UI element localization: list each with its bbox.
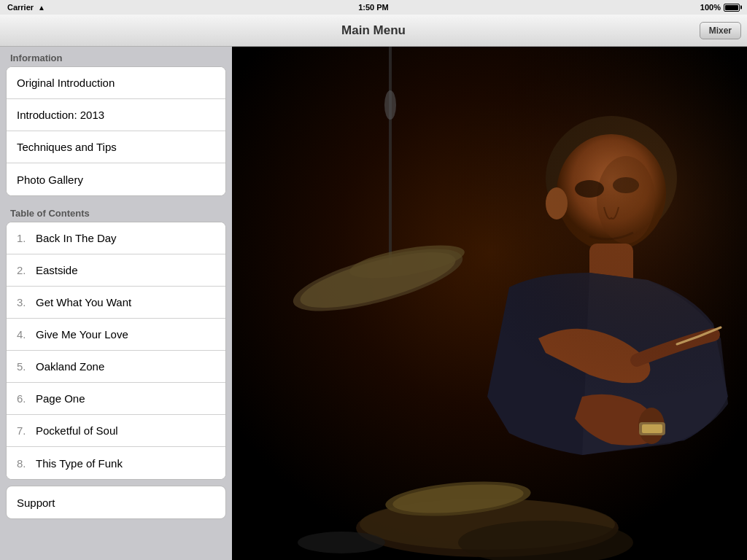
information-group: Original Introduction Introduction: 2013… bbox=[6, 66, 226, 196]
toc-item-label-3: Get What You Want bbox=[36, 296, 131, 308]
toc-item-label-6: Page One bbox=[36, 392, 85, 405]
svg-rect-22 bbox=[232, 47, 747, 560]
toc-item-1[interactable]: 1. Back In The Day bbox=[7, 222, 225, 254]
menu-item-label: Introduction: 2013 bbox=[17, 109, 104, 121]
menu-item-label: Original Introduction bbox=[17, 77, 115, 89]
toc-header: Table of Contents bbox=[0, 202, 232, 222]
toc-item-label-5: Oakland Zone bbox=[36, 360, 104, 373]
toc-item-7[interactable]: 7. Pocketful of Soul bbox=[7, 415, 225, 447]
status-right: 100% bbox=[700, 3, 740, 12]
item-number-8: 8. bbox=[17, 457, 33, 470]
item-number-1: 1. bbox=[17, 232, 33, 244]
support-label: Support bbox=[17, 497, 55, 509]
battery-percent: 100% bbox=[700, 3, 721, 12]
item-number-5: 5. bbox=[17, 360, 33, 373]
status-bar: Carrier ▲ 1:50 PM 100% bbox=[0, 0, 747, 15]
item-number-7: 7. bbox=[17, 424, 33, 437]
menu-item-photo-gallery[interactable]: Photo Gallery bbox=[7, 163, 225, 195]
item-number-6: 6. bbox=[17, 392, 33, 405]
toc-item-label-7: Pocketful of Soul bbox=[36, 424, 118, 437]
content-area bbox=[232, 47, 747, 560]
menu-item-label: Photo Gallery bbox=[17, 174, 83, 186]
toc-item-label-4: Give Me Your Love bbox=[36, 328, 128, 341]
menu-item-intro-2013[interactable]: Introduction: 2013 bbox=[7, 99, 225, 131]
carrier-label: Carrier bbox=[7, 3, 34, 12]
support-group: Support bbox=[6, 486, 226, 519]
menu-item-label: Techniques and Tips bbox=[17, 141, 117, 153]
menu-item-support[interactable]: Support bbox=[7, 486, 225, 518]
status-left: Carrier ▲ bbox=[7, 3, 45, 12]
main-layout: Information Original Introduction Introd… bbox=[0, 47, 747, 560]
menu-item-techniques[interactable]: Techniques and Tips bbox=[7, 131, 225, 163]
toc-item-4[interactable]: 4. Give Me Your Love bbox=[7, 319, 225, 351]
toc-item-6[interactable]: 6. Page One bbox=[7, 383, 225, 415]
toc-item-2[interactable]: 2. Eastside bbox=[7, 254, 225, 287]
nav-bar: Main Menu Mixer bbox=[0, 15, 747, 47]
sidebar: Information Original Introduction Introd… bbox=[0, 47, 232, 560]
item-number-4: 4. bbox=[17, 328, 33, 341]
battery-icon bbox=[724, 4, 740, 12]
toc-group: 1. Back In The Day 2. Eastside 3. Get Wh… bbox=[6, 222, 226, 480]
toc-item-8[interactable]: 8. This Type of Funk bbox=[7, 447, 225, 479]
status-time: 1:50 PM bbox=[358, 3, 389, 12]
toc-item-label-1: Back In The Day bbox=[36, 232, 117, 244]
drummer-photo bbox=[232, 47, 747, 560]
toc-item-3[interactable]: 3. Get What You Want bbox=[7, 287, 225, 319]
toc-item-5[interactable]: 5. Oakland Zone bbox=[7, 351, 225, 383]
toc-item-label-8: This Type of Funk bbox=[36, 457, 123, 470]
item-number-3: 3. bbox=[17, 296, 33, 308]
nav-title: Main Menu bbox=[341, 23, 406, 38]
item-number-2: 2. bbox=[17, 264, 33, 276]
mixer-button[interactable]: Mixer bbox=[700, 22, 741, 39]
menu-item-original-intro[interactable]: Original Introduction bbox=[7, 67, 225, 99]
drummer-svg bbox=[232, 47, 747, 560]
wifi-icon: ▲ bbox=[38, 4, 45, 12]
toc-item-label-2: Eastside bbox=[36, 264, 78, 276]
information-header: Information bbox=[0, 47, 232, 66]
